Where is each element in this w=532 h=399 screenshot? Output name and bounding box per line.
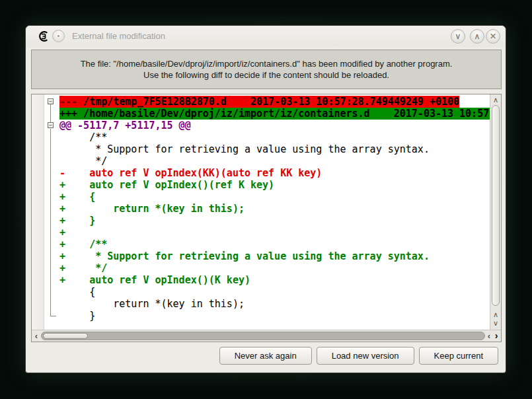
coedit-app-icon (38, 30, 50, 42)
horizontal-scroll-track[interactable] (41, 332, 485, 340)
scroll-right-icon[interactable]: › (492, 330, 500, 342)
fold-collapse-marker[interactable]: − (48, 98, 54, 104)
fold-collapse-marker[interactable]: − (48, 122, 54, 128)
chevron-up-icon: ∧ (475, 32, 480, 41)
close-button[interactable]: ✕ (486, 29, 500, 44)
vertical-scrollbar[interactable]: ∧ ∧ ∨ (490, 94, 501, 330)
diff-line: + (59, 227, 491, 238)
diff-line: /** (59, 131, 491, 143)
diff-line: - auto ref V opIndex(KK)(auto ref KK key… (59, 167, 491, 179)
fold-range-end (50, 316, 56, 316)
diff-line: * Support for retrieving a value using t… (59, 143, 491, 155)
message-line-2: Use the following diff to decide if the … (32, 69, 501, 81)
window-title: External file modification (72, 26, 165, 47)
diff-line: { (59, 286, 491, 298)
window-menu-button[interactable] (52, 30, 65, 42)
diff-editor: − − --- /tmp/temp_7F5E128B2870.d 2017-03… (31, 94, 502, 342)
scroll-down-icon[interactable]: ∨ (490, 319, 501, 327)
diff-line: +++ /home/basile/Dev/dproj/iz/import/iz/… (59, 108, 491, 120)
diff-line: --- /tmp/temp_7F5E128B2870.d 2017-03-13 … (59, 96, 491, 108)
scroll-up-icon[interactable]: ∧ (490, 310, 501, 318)
diff-line: } (59, 310, 491, 322)
close-icon: ✕ (490, 32, 496, 41)
diff-lines[interactable]: --- /tmp/temp_7F5E128B2870.d 2017-03-13 … (58, 94, 491, 330)
scroll-left-icon[interactable]: ‹ (32, 330, 40, 342)
diff-line: + } (59, 215, 491, 227)
diff-line: + /** (59, 238, 491, 250)
dialog-window: External file modification ∨ ∧ ✕ The fil… (25, 25, 506, 373)
keep-current-button[interactable]: Keep current (419, 347, 498, 365)
diff-line: return *(key in this); (59, 298, 491, 310)
message-panel: The file: "/home/basile/Dev/dproj/iz/imp… (31, 50, 502, 89)
shade-button[interactable]: ∨ (451, 29, 465, 44)
titlebar[interactable]: External file modification ∨ ∧ ✕ (26, 26, 506, 47)
diff-line: + auto ref V opIndex()(ref K key) (59, 179, 491, 191)
diff-line: + return *(key in this); (59, 203, 491, 215)
load-new-version-button[interactable]: Load new version (317, 347, 414, 365)
fold-range-line (50, 104, 51, 123)
menu-dot-icon (57, 35, 59, 37)
maximize-button[interactable]: ∧ (470, 29, 484, 44)
horizontal-scrollbar[interactable]: ‹ ‹ › (32, 330, 501, 342)
diff-line: */ (59, 155, 491, 167)
message-line-1: The file: "/home/basile/Dev/dproj/iz/imp… (32, 58, 501, 69)
horizontal-scroll-thumb[interactable] (43, 333, 88, 339)
diff-line: @@ -5117,7 +5117,15 @@ (59, 120, 491, 131)
fold-gutter: − − (44, 94, 58, 330)
diff-line: + auto ref V opIndex()(K key) (59, 274, 491, 286)
diff-line: + { (59, 191, 491, 203)
scroll-up-icon[interactable]: ∧ (490, 96, 501, 104)
chevron-down-icon: ∨ (455, 32, 461, 41)
diff-line: + */ (59, 262, 491, 274)
editor-gutter (32, 94, 44, 330)
dialog-button-row: Never ask again Load new version Keep cu… (219, 347, 498, 365)
fold-range-line (50, 129, 51, 316)
vertical-scroll-thumb[interactable] (492, 105, 500, 306)
diff-line: + * Support for retrieving a value using… (59, 250, 491, 262)
never-ask-again-button[interactable]: Never ask again (219, 347, 312, 365)
